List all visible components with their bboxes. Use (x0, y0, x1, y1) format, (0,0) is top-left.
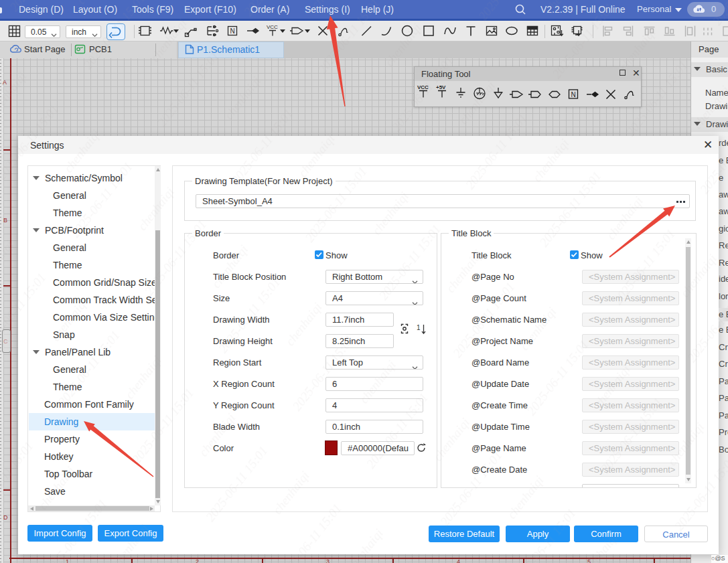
svg-text:1: 1 (417, 324, 421, 331)
svg-text:+5V: +5V (436, 84, 446, 90)
svg-text:N: N (571, 91, 576, 98)
svg-text:N: N (230, 27, 235, 35)
svg-text:VCC: VCC (267, 24, 278, 30)
svg-text:VCC: VCC (417, 84, 429, 90)
